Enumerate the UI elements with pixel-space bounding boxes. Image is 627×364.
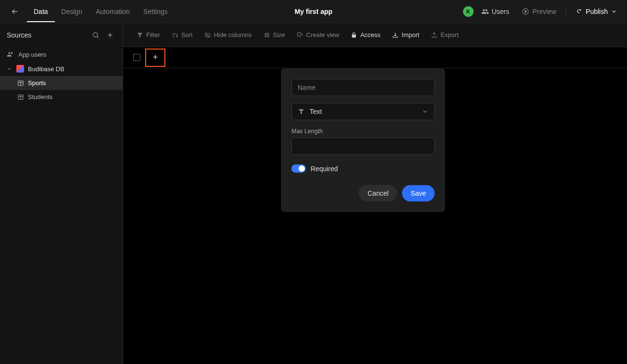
access-button[interactable]: Access xyxy=(346,28,385,41)
chevron-down-icon xyxy=(7,66,13,71)
search-icon xyxy=(92,31,100,39)
create-view-icon xyxy=(297,32,303,38)
data-toolbar: Filter Sort Hide columns Size Create vie… xyxy=(123,23,627,47)
import-button[interactable]: Import xyxy=(387,28,424,41)
svg-point-1 xyxy=(93,33,98,37)
divider xyxy=(566,5,566,18)
column-name-input[interactable] xyxy=(291,79,435,96)
search-sources-button[interactable] xyxy=(90,29,101,41)
chevron-down-icon xyxy=(422,108,428,115)
hide-columns-button[interactable]: Hide columns xyxy=(200,28,257,41)
tab-design[interactable]: Design xyxy=(55,1,89,22)
cancel-button[interactable]: Cancel xyxy=(359,185,397,201)
text-type-icon xyxy=(298,108,305,115)
sidebar-item-table-sports[interactable]: Sports xyxy=(0,76,123,90)
sidebar-item-label: Sports xyxy=(28,79,46,87)
filter-icon xyxy=(137,32,143,38)
plus-icon xyxy=(106,31,114,39)
create-view-button[interactable]: Create view xyxy=(292,28,344,41)
avatar[interactable]: K xyxy=(463,6,474,17)
checkbox-icon xyxy=(133,54,140,61)
tool-label: Access xyxy=(360,31,380,38)
tab-settings[interactable]: Settings xyxy=(137,1,175,22)
users-icon xyxy=(481,8,489,15)
chevron-down-icon xyxy=(611,8,617,15)
filter-button[interactable]: Filter xyxy=(132,28,165,41)
tool-label: Create view xyxy=(306,31,339,38)
users-icon xyxy=(7,50,14,58)
content: Filter Sort Hide columns Size Create vie… xyxy=(123,23,627,364)
import-icon xyxy=(392,32,399,38)
popover-actions: Cancel Save xyxy=(291,185,435,201)
budibase-logo-icon xyxy=(16,65,24,73)
plus-icon: + xyxy=(153,52,158,63)
size-button[interactable]: Size xyxy=(259,28,290,41)
users-label: Users xyxy=(492,8,510,15)
preview-label: Preview xyxy=(532,8,556,15)
sidebar-item-table-students[interactable]: Students xyxy=(0,90,123,104)
table-icon xyxy=(17,80,24,87)
preview-button[interactable]: Preview xyxy=(517,5,561,18)
sidebar-header: Sources xyxy=(0,23,123,47)
sidebar-item-label: Budibase DB xyxy=(28,65,64,73)
nav-tabs: Data Design Automation Settings xyxy=(27,1,175,22)
sidebar-item-label: Students xyxy=(28,93,52,100)
tool-label: Sort xyxy=(181,31,193,38)
save-button[interactable]: Save xyxy=(402,185,435,201)
tool-label: Filter xyxy=(146,31,160,38)
top-nav: Data Design Automation Settings My first… xyxy=(0,0,627,23)
export-button[interactable]: Export xyxy=(426,28,464,41)
publish-button[interactable]: Publish xyxy=(571,5,621,18)
required-toggle[interactable] xyxy=(291,164,306,173)
add-column-popover: Text Max Length Required Cancel Save xyxy=(281,69,445,212)
size-icon xyxy=(263,32,270,38)
back-button[interactable] xyxy=(6,5,24,18)
export-icon xyxy=(431,32,438,38)
svg-rect-4 xyxy=(298,33,301,36)
tool-label: Size xyxy=(273,31,285,38)
add-column-button[interactable]: + xyxy=(145,49,165,67)
arrow-left-icon xyxy=(11,7,19,16)
tab-automation[interactable]: Automation xyxy=(89,1,137,22)
tool-label: Hide columns xyxy=(214,31,252,38)
tool-label: Export xyxy=(440,31,459,38)
grid-header: + xyxy=(123,47,627,68)
tool-label: Import xyxy=(401,31,419,38)
tab-data[interactable]: Data xyxy=(27,1,55,22)
max-length-label: Max Length xyxy=(291,128,435,135)
lock-icon xyxy=(351,32,357,38)
sidebar-item-app-users[interactable]: App users xyxy=(0,47,123,62)
sidebar-item-label: App users xyxy=(18,51,47,58)
type-label: Text xyxy=(310,108,417,115)
toggle-knob xyxy=(299,165,305,172)
add-source-button[interactable] xyxy=(104,29,116,41)
sidebar-item-budibase-db[interactable]: Budibase DB xyxy=(0,62,123,76)
topnav-right: K Users Preview Publish xyxy=(463,5,621,18)
publish-icon xyxy=(575,8,583,15)
users-button[interactable]: Users xyxy=(477,5,514,18)
max-length-input[interactable] xyxy=(291,138,435,155)
app-title: My first app xyxy=(295,8,333,15)
play-circle-icon xyxy=(522,8,529,15)
sort-button[interactable]: Sort xyxy=(167,28,198,41)
required-row: Required xyxy=(291,164,435,173)
sidebar: Sources App users Budibase DB xyxy=(0,23,123,364)
eye-off-icon xyxy=(204,32,211,38)
column-type-select[interactable]: Text xyxy=(291,103,435,120)
required-label: Required xyxy=(311,165,338,173)
sort-icon xyxy=(172,32,178,38)
publish-label: Publish xyxy=(586,8,608,15)
main: Sources App users Budibase DB xyxy=(0,23,627,364)
sidebar-title: Sources xyxy=(7,31,90,39)
table-icon xyxy=(17,94,24,100)
